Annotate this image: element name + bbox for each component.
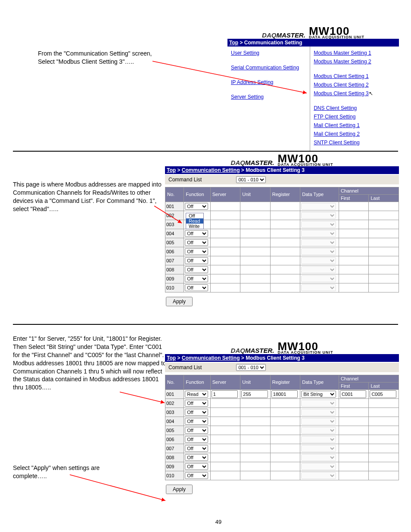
function-select[interactable]: Off [185,436,208,443]
apply-button[interactable]: Apply [166,297,193,306]
datatype-select[interactable] [301,257,336,264]
link-modbus-client-2[interactable]: Modbus Client Setting 2 [314,82,368,88]
th-last: Last [369,194,399,202]
link-dns-client[interactable]: DNS Client Setting [314,105,357,111]
table-row: 008Off [165,265,399,274]
command-list-label: Command List [168,364,202,370]
function-select[interactable]: Off [185,275,208,282]
th-server: Server [210,375,240,389]
breadcrumb-comm[interactable]: Communication Setting [182,355,240,361]
link-serial-comm[interactable]: Serial Communication Setting [231,65,299,71]
datatype-select[interactable] [301,454,336,461]
link-ip-address[interactable]: IP Address Setting [231,79,274,85]
breadcrumb-top[interactable]: Top [167,167,176,173]
table-row: 005Off [165,238,399,247]
link-user-setting[interactable]: User Setting [231,50,259,56]
first-channel-input[interactable] [340,390,366,398]
server-input[interactable] [212,390,238,398]
function-select[interactable]: Off [185,409,208,416]
datatype-select[interactable] [301,436,336,443]
link-mail-client-2[interactable]: Mail Client Setting 2 [314,131,360,137]
breadcrumb-top[interactable]: Top [167,355,176,361]
th-register: Register [270,187,300,202]
register-input[interactable] [271,390,298,398]
mw100-logo: MW100DATA ACQUISITION UNIT [309,27,364,39]
dd-option-read[interactable]: Read [186,218,203,224]
function-select[interactable]: Off [185,427,208,434]
th-datatype: Data Type [300,375,339,389]
breadcrumb-top[interactable]: Top [229,40,238,46]
datatype-select[interactable] [301,230,336,237]
link-ftp-client[interactable]: FTP Client Setting [314,114,355,120]
instruction-4: Select "Apply" when settings are complet… [13,464,125,480]
divider [13,151,398,152]
link-sntp-client[interactable]: SNTP Client Setting [314,140,360,146]
datatype-select[interactable] [301,275,336,282]
function-select[interactable]: Off [185,418,208,425]
command-table: No. Function Server Unit Register Data T… [165,187,399,292]
datatype-select[interactable] [301,248,336,255]
table-row: 010Off [165,283,399,292]
datatype-select[interactable] [301,427,336,434]
function-select[interactable]: Off [185,400,208,407]
table-row: 001 Read Bit String [165,389,399,398]
link-mail-client-1[interactable]: Mail Client Setting 1 [314,122,360,128]
function-select[interactable]: Off [185,203,208,210]
th-function: Function [184,187,210,202]
command-list-label: Command List [168,177,202,183]
datatype-select[interactable] [301,418,336,425]
unit-input[interactable] [241,390,268,398]
function-select[interactable]: Off [185,445,208,452]
mw100-logo: MW100DATA ACQUISITION UNIT [277,342,333,354]
datatype-select[interactable]: Bit String [301,391,336,398]
breadcrumb: Top > Communication Setting > Modbus Cli… [165,166,399,174]
th-channel: Channel [339,187,399,194]
range-select[interactable]: 001 - 010 [236,176,266,183]
table-row: 006Off [165,247,399,256]
function-select[interactable]: Off [185,239,208,246]
function-select[interactable]: Read [185,391,208,398]
function-select[interactable]: Off [185,257,208,264]
breadcrumb: Top > Communication Setting [227,39,399,47]
datatype-select[interactable] [301,221,336,228]
function-select[interactable]: Off [185,463,208,470]
datatype-select[interactable] [301,266,336,273]
function-select[interactable]: Off [185,230,208,237]
datatype-select[interactable] [301,284,336,291]
link-modbus-master-1[interactable]: Modbus Master Setting 1 [314,50,371,56]
function-select[interactable]: Off [185,454,208,461]
th-server: Server [210,187,240,202]
logo-row: DAQMASTER. MW100DATA ACQUISITION UNIT [165,154,399,166]
dd-option-write[interactable]: Write [186,224,203,229]
instruction-2: This page is where Modbus addresses are … [13,180,164,213]
table-row: 009Off [165,274,399,283]
table-row: 002Off [165,398,399,408]
th-register: Register [270,375,300,389]
link-modbus-master-2[interactable]: Modbus Master Setting 2 [314,59,371,65]
apply-button[interactable]: Apply [166,485,193,494]
function-select[interactable]: Off [185,284,208,291]
datatype-select[interactable] [301,203,336,210]
function-dropdown-open[interactable]: Off Read Write [186,213,204,229]
last-channel-input[interactable] [370,390,396,398]
th-channel: Channel [339,375,399,382]
datatype-select[interactable] [301,445,336,452]
breadcrumb-comm[interactable]: Communication Setting [182,167,240,173]
datatype-select[interactable] [301,409,336,416]
datatype-select[interactable] [301,212,336,219]
function-select[interactable]: Off [185,248,208,255]
dd-option-off[interactable]: Off [186,213,203,218]
datatype-select[interactable] [301,463,336,470]
link-modbus-client-3[interactable]: Modbus Client Setting 3 [314,90,368,96]
daqmaster-logo: DAQMASTER. [231,159,274,166]
function-select[interactable]: Off [185,472,208,479]
function-select[interactable]: Off [185,266,208,273]
datatype-select[interactable] [301,239,336,246]
th-no: No. [165,375,184,389]
range-select[interactable]: 001 - 010 [236,364,266,371]
datatype-select[interactable] [301,400,336,407]
link-server-setting[interactable]: Server Setting [231,94,264,100]
table-row: 004Off [165,417,399,426]
datatype-select[interactable] [301,472,336,479]
link-modbus-client-1[interactable]: Modbus Client Setting 1 [314,73,368,79]
